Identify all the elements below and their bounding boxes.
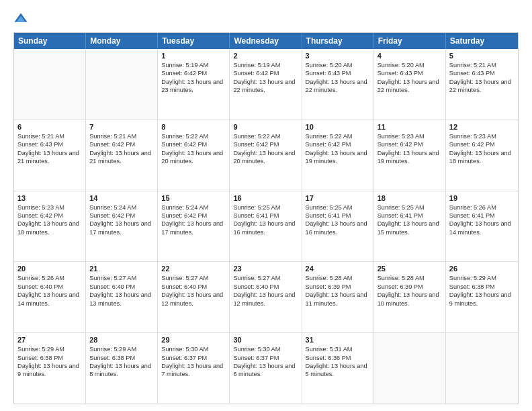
cell-info: Daylight: 13 hours and 21 minutes. (17, 149, 82, 166)
cell-info: Sunrise: 5:29 AM (17, 345, 82, 353)
cell-info: Sunrise: 5:27 AM (89, 274, 154, 282)
page: Sunday Monday Tuesday Wednesday Thursday… (0, 0, 532, 411)
cell-info: Sunrise: 5:25 AM (378, 203, 442, 212)
calendar-cell: 9Sunrise: 5:22 AMSunset: 6:42 PMDaylight… (230, 120, 302, 191)
calendar-cell: 8Sunrise: 5:22 AMSunset: 6:42 PMDaylight… (158, 120, 230, 191)
cell-info: Sunset: 6:42 PM (161, 140, 226, 148)
calendar-cell: 4Sunrise: 5:20 AMSunset: 6:43 PMDaylight… (374, 49, 446, 120)
cell-info: Daylight: 13 hours and 12 minutes. (233, 291, 298, 308)
calendar-cell (86, 49, 158, 120)
cell-info: Sunset: 6:42 PM (161, 212, 226, 220)
day-number: 4 (378, 52, 442, 60)
day-number: 22 (161, 265, 226, 273)
cell-info: Daylight: 13 hours and 13 minutes. (89, 291, 154, 308)
cell-info: Sunset: 6:43 PM (306, 69, 370, 77)
calendar-cell (374, 333, 446, 404)
cell-info: Sunrise: 5:27 AM (233, 274, 298, 282)
calendar-cell: 17Sunrise: 5:25 AMSunset: 6:41 PMDayligh… (302, 191, 374, 262)
day-number: 23 (233, 265, 298, 273)
cell-info: Daylight: 13 hours and 11 minutes. (306, 291, 370, 308)
calendar-cell: 1Sunrise: 5:19 AMSunset: 6:42 PMDaylight… (158, 49, 230, 120)
cell-info: Sunset: 6:39 PM (306, 283, 370, 291)
cell-info: Sunrise: 5:19 AM (233, 61, 298, 69)
calendar-cell: 12Sunrise: 5:23 AMSunset: 6:42 PMDayligh… (446, 120, 518, 191)
cell-info: Sunrise: 5:26 AM (449, 203, 515, 212)
cell-info: Sunrise: 5:29 AM (89, 345, 154, 353)
cell-info: Daylight: 13 hours and 8 minutes. (89, 362, 154, 379)
day-number: 16 (233, 194, 298, 202)
day-number: 7 (89, 123, 154, 131)
cell-info: Sunset: 6:37 PM (233, 354, 298, 362)
cell-info: Sunset: 6:42 PM (449, 140, 515, 148)
day-number: 18 (378, 194, 442, 202)
cell-info: Sunset: 6:42 PM (378, 140, 442, 148)
day-number: 28 (89, 336, 154, 344)
calendar-row-4: 20Sunrise: 5:26 AMSunset: 6:40 PMDayligh… (14, 262, 518, 333)
cell-info: Sunrise: 5:22 AM (306, 132, 370, 140)
cell-info: Daylight: 13 hours and 22 minutes. (378, 78, 442, 95)
day-number: 29 (161, 336, 226, 344)
calendar-body: 1Sunrise: 5:19 AMSunset: 6:42 PMDaylight… (14, 49, 518, 404)
cell-info: Sunset: 6:38 PM (449, 283, 515, 291)
cell-info: Sunrise: 5:24 AM (89, 203, 154, 212)
cell-info: Daylight: 13 hours and 9 minutes. (449, 291, 515, 308)
cell-info: Sunrise: 5:19 AM (161, 61, 226, 69)
cell-info: Sunrise: 5:28 AM (378, 274, 442, 282)
cell-info: Daylight: 13 hours and 17 minutes. (89, 220, 154, 236)
calendar-cell: 10Sunrise: 5:22 AMSunset: 6:42 PMDayligh… (302, 120, 374, 191)
cell-info: Sunset: 6:42 PM (161, 69, 226, 77)
cell-info: Sunset: 6:41 PM (233, 212, 298, 220)
calendar-cell: 26Sunrise: 5:29 AMSunset: 6:38 PMDayligh… (446, 262, 518, 332)
cell-info: Sunset: 6:40 PM (89, 283, 154, 291)
day-number: 2 (233, 52, 298, 60)
cell-info: Daylight: 13 hours and 19 minutes. (306, 149, 370, 166)
calendar-cell (14, 49, 86, 120)
calendar-cell: 18Sunrise: 5:25 AMSunset: 6:41 PMDayligh… (374, 191, 446, 262)
calendar-cell: 6Sunrise: 5:21 AMSunset: 6:43 PMDaylight… (14, 120, 86, 191)
day-number: 25 (378, 265, 442, 273)
cell-info: Daylight: 13 hours and 15 minutes. (378, 220, 442, 236)
cell-info: Sunrise: 5:21 AM (449, 61, 515, 69)
cell-info: Sunset: 6:42 PM (233, 140, 298, 148)
header-wednesday: Wednesday (230, 33, 302, 49)
calendar-row-2: 6Sunrise: 5:21 AMSunset: 6:43 PMDaylight… (14, 120, 518, 191)
calendar-cell: 28Sunrise: 5:29 AMSunset: 6:38 PMDayligh… (86, 333, 158, 404)
header-thursday: Thursday (302, 33, 374, 49)
calendar-cell: 16Sunrise: 5:25 AMSunset: 6:41 PMDayligh… (230, 191, 302, 262)
cell-info: Sunset: 6:43 PM (17, 140, 82, 148)
cell-info: Sunrise: 5:22 AM (233, 132, 298, 140)
cell-info: Sunrise: 5:20 AM (378, 61, 442, 69)
calendar-cell: 22Sunrise: 5:27 AMSunset: 6:40 PMDayligh… (158, 262, 230, 332)
logo (13, 12, 31, 27)
cell-info: Sunset: 6:37 PM (161, 354, 226, 362)
cell-info: Sunset: 6:42 PM (89, 212, 154, 220)
cell-info: Daylight: 13 hours and 10 minutes. (378, 291, 442, 308)
cell-info: Daylight: 13 hours and 22 minutes. (306, 78, 370, 95)
cell-info: Sunset: 6:41 PM (449, 212, 515, 220)
cell-info: Daylight: 13 hours and 14 minutes. (17, 291, 82, 308)
cell-info: Sunset: 6:42 PM (233, 69, 298, 77)
cell-info: Daylight: 13 hours and 9 minutes. (17, 362, 82, 379)
cell-info: Sunset: 6:36 PM (306, 354, 370, 362)
day-number: 6 (17, 123, 82, 131)
calendar-row-1: 1Sunrise: 5:19 AMSunset: 6:42 PMDaylight… (14, 49, 518, 120)
cell-info: Sunrise: 5:21 AM (17, 132, 82, 140)
calendar-cell: 25Sunrise: 5:28 AMSunset: 6:39 PMDayligh… (374, 262, 446, 332)
cell-info: Daylight: 13 hours and 12 minutes. (161, 291, 226, 308)
calendar-row-5: 27Sunrise: 5:29 AMSunset: 6:38 PMDayligh… (14, 333, 518, 404)
calendar-cell: 21Sunrise: 5:27 AMSunset: 6:40 PMDayligh… (86, 262, 158, 332)
cell-info: Sunrise: 5:23 AM (17, 203, 82, 212)
cell-info: Daylight: 13 hours and 18 minutes. (449, 149, 515, 166)
day-number: 21 (89, 265, 154, 273)
cell-info: Daylight: 13 hours and 22 minutes. (233, 78, 298, 95)
calendar-cell: 11Sunrise: 5:23 AMSunset: 6:42 PMDayligh… (374, 120, 446, 191)
cell-info: Sunrise: 5:30 AM (161, 345, 226, 353)
cell-info: Sunrise: 5:25 AM (233, 203, 298, 212)
header (13, 12, 519, 27)
calendar-cell: 30Sunrise: 5:30 AMSunset: 6:37 PMDayligh… (230, 333, 302, 404)
cell-info: Daylight: 13 hours and 21 minutes. (89, 149, 154, 166)
day-number: 12 (449, 123, 515, 131)
day-number: 17 (306, 194, 370, 202)
cell-info: Sunrise: 5:25 AM (306, 203, 370, 212)
day-number: 14 (89, 194, 154, 202)
